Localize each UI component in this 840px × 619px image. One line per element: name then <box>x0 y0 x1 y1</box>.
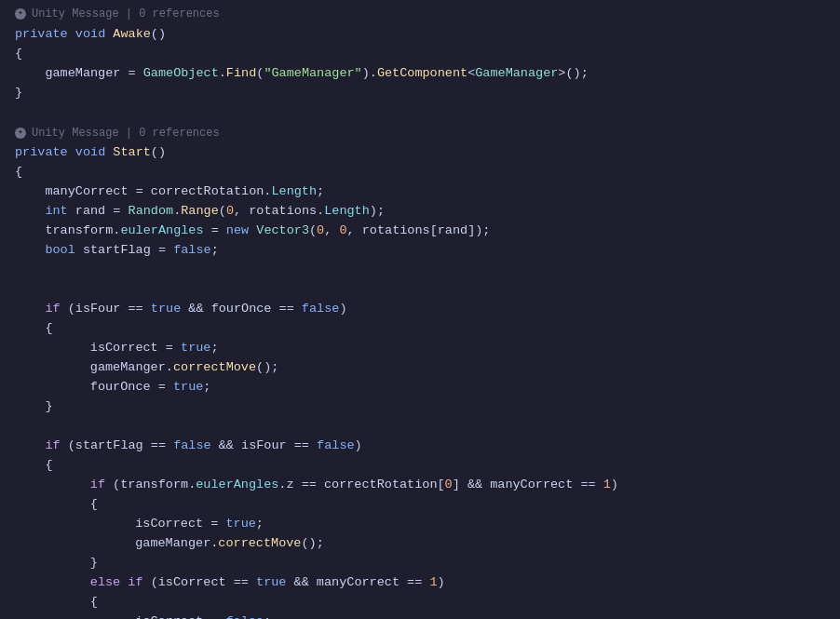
start-line-1: manyCorrect = correctRotation.Length; <box>0 182 840 202</box>
else-if-open: { <box>0 593 840 612</box>
empty-line-2 <box>0 261 840 280</box>
if-isfour-body-2: gameManger.correctMove(); <box>0 358 840 378</box>
empty-line-4 <box>0 417 840 437</box>
inner-if-body-1: isCorrect = true; <box>0 515 840 534</box>
if-isfour-body-1: isCorrect = true; <box>0 339 840 358</box>
empty-line-1 <box>0 103 840 123</box>
inner-if-body-2: gameManger.correctMove(); <box>0 534 840 554</box>
inner-if-open: { <box>0 495 840 515</box>
awake-body-1: gameManger = GameObject.Find("GameManage… <box>0 64 840 84</box>
if-isfour-close: } <box>0 397 840 417</box>
unity-msg-text-2: Unity Message | 0 references <box>32 125 220 142</box>
if-isfour-open: { <box>0 319 840 339</box>
else-if-condition: else if (isCorrect == true && manyCorrec… <box>0 573 840 593</box>
start-open-brace: { <box>0 163 840 182</box>
inner-if-close: } <box>0 554 840 573</box>
awake-close-brace: } <box>0 84 840 103</box>
start-signature: private void Start() <box>0 143 840 163</box>
inner-if-condition: if (transform.eulerAngles.z == correctRo… <box>0 476 840 495</box>
unity-message-1: ✦ Unity Message | 0 references <box>0 4 840 25</box>
unity-icon-1: ✦ <box>15 8 26 20</box>
code-editor: ✦ Unity Message | 0 references private v… <box>0 0 840 619</box>
awake-signature: private void Awake() <box>0 25 840 45</box>
else-if-body-1: isCorrect = false; <box>0 612 840 619</box>
method-awake: Awake <box>113 25 151 45</box>
if-startflag-open: { <box>0 456 840 476</box>
method-start: Start <box>113 143 151 163</box>
awake-open-brace: { <box>0 45 840 64</box>
if-isfour-body-3: fourOnce = true; <box>0 378 840 397</box>
if-isfour-condition: if (isFour == true && fourOnce == false) <box>0 300 840 319</box>
kw-private: private <box>15 25 68 45</box>
unity-message-2: ✦ Unity Message | 0 references <box>0 123 840 144</box>
start-line-3: transform.eulerAngles = new Vector3(0, 0… <box>0 222 840 241</box>
unity-icon-2: ✦ <box>15 128 26 139</box>
empty-line-3 <box>0 280 840 300</box>
if-startflag-condition: if (startFlag == false && isFour == fals… <box>0 437 840 456</box>
unity-msg-text-1: Unity Message | 0 references <box>32 6 220 23</box>
kw-void: void <box>75 25 105 45</box>
start-line-4: bool startFlag = false; <box>0 241 840 261</box>
start-line-2: int rand = Random.Range(0, rotations.Len… <box>0 202 840 222</box>
